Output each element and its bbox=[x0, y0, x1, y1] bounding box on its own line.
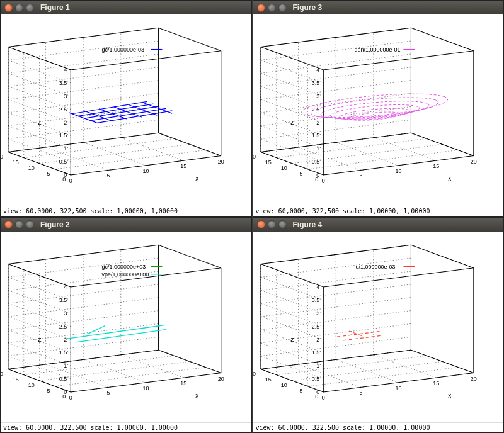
svg-text:2.5: 2.5 bbox=[311, 323, 319, 329]
svg-line-86 bbox=[411, 133, 473, 155]
svg-text:1: 1 bbox=[316, 145, 319, 152]
svg-line-1 bbox=[158, 133, 220, 155]
svg-text:5: 5 bbox=[106, 172, 110, 179]
plot-area[interactable]: 051015200510152000.511.522.533.54xyz den… bbox=[253, 14, 504, 206]
plot-area[interactable]: 051015200510152000.511.522.533.54xyz gc/… bbox=[1, 232, 251, 423]
svg-text:15: 15 bbox=[13, 376, 19, 382]
svg-text:3.5: 3.5 bbox=[59, 296, 67, 303]
svg-line-89 bbox=[323, 51, 474, 70]
svg-line-311 bbox=[337, 331, 382, 337]
figure-window: Figure 1 051015200510152000.511.522.533.… bbox=[0, 0, 252, 216]
svg-text:3: 3 bbox=[64, 93, 67, 99]
svg-line-243 bbox=[411, 245, 473, 267]
svg-line-119 bbox=[336, 142, 398, 165]
svg-text:1.5: 1.5 bbox=[311, 132, 319, 138]
minimize-icon[interactable] bbox=[15, 220, 23, 228]
svg-text:10: 10 bbox=[280, 165, 287, 171]
svg-text:10: 10 bbox=[143, 385, 149, 391]
svg-text:0.5: 0.5 bbox=[311, 159, 319, 165]
svg-text:0: 0 bbox=[69, 395, 72, 401]
svg-text:5: 5 bbox=[359, 390, 362, 396]
svg-line-117 bbox=[298, 147, 360, 170]
minimize-icon[interactable] bbox=[268, 4, 276, 12]
svg-text:x: x bbox=[448, 392, 451, 399]
svg-text:15: 15 bbox=[433, 163, 439, 169]
svg-line-131 bbox=[276, 138, 427, 157]
titlebar[interactable]: Figure 1 bbox=[1, 1, 251, 14]
titlebar[interactable]: Figure 2 bbox=[1, 218, 251, 232]
svg-text:20: 20 bbox=[470, 375, 476, 381]
svg-text:1: 1 bbox=[64, 363, 67, 369]
svg-text:15: 15 bbox=[265, 159, 271, 166]
svg-text:x: x bbox=[448, 175, 451, 182]
svg-line-233 bbox=[88, 325, 105, 334]
minimize-icon[interactable] bbox=[15, 4, 23, 12]
window-title: Figure 3 bbox=[293, 3, 323, 12]
svg-text:3.5: 3.5 bbox=[311, 80, 319, 86]
svg-text:5: 5 bbox=[359, 172, 362, 179]
status-bar: view: 60,0000, 322,500 scale: 1,00000, 1… bbox=[1, 422, 251, 432]
svg-text:10: 10 bbox=[280, 381, 287, 388]
svg-line-46 bbox=[24, 138, 174, 157]
svg-line-34 bbox=[83, 142, 146, 165]
status-bar: view: 60,0000, 322,500 scale: 1,00000, 1… bbox=[1, 206, 251, 216]
svg-text:0: 0 bbox=[321, 177, 324, 184]
svg-text:0: 0 bbox=[316, 388, 319, 395]
svg-text:z: z bbox=[290, 335, 294, 342]
svg-text:5: 5 bbox=[106, 390, 110, 396]
titlebar[interactable]: Figure 3 bbox=[253, 1, 504, 14]
svg-text:1.5: 1.5 bbox=[59, 349, 67, 356]
svg-text:10: 10 bbox=[395, 385, 401, 391]
figure-window: Figure 4 051015200510152000.511.522.533.… bbox=[253, 217, 505, 434]
svg-text:0: 0 bbox=[321, 395, 324, 401]
minimize-icon[interactable] bbox=[268, 220, 276, 228]
svg-text:5: 5 bbox=[47, 171, 50, 177]
svg-text:20: 20 bbox=[253, 154, 256, 160]
svg-text:4: 4 bbox=[64, 67, 67, 73]
svg-text:15: 15 bbox=[13, 159, 19, 166]
plot-area[interactable]: 051015200510152000.511.522.533.54xyz gc/… bbox=[1, 14, 251, 206]
svg-text:0.5: 0.5 bbox=[311, 376, 319, 382]
svg-line-7 bbox=[8, 47, 71, 70]
svg-text:3: 3 bbox=[316, 93, 319, 99]
svg-line-284 bbox=[276, 356, 427, 374]
close-icon[interactable] bbox=[257, 4, 265, 12]
svg-line-239 bbox=[411, 350, 473, 373]
plot-area[interactable]: 051015200510152000.511.522.533.54xyz ie/… bbox=[253, 232, 504, 423]
svg-text:4: 4 bbox=[316, 67, 319, 73]
close-icon[interactable] bbox=[4, 220, 13, 228]
svg-text:1.5: 1.5 bbox=[311, 349, 319, 356]
svg-text:15: 15 bbox=[265, 376, 271, 382]
svg-text:0.5: 0.5 bbox=[59, 159, 67, 165]
maximize-icon[interactable] bbox=[26, 4, 34, 12]
figure-window: Figure 2 051015200510152000.511.522.533.… bbox=[0, 217, 252, 434]
svg-text:15: 15 bbox=[180, 163, 186, 169]
svg-text:vpe/1,000000e+00: vpe/1,000000e+00 bbox=[102, 271, 149, 277]
svg-text:3.5: 3.5 bbox=[311, 296, 319, 303]
svg-text:10: 10 bbox=[28, 165, 35, 171]
svg-text:z: z bbox=[38, 118, 41, 125]
svg-line-160 bbox=[158, 350, 220, 373]
svg-text:15: 15 bbox=[433, 380, 439, 386]
svg-text:20: 20 bbox=[253, 370, 256, 376]
close-icon[interactable] bbox=[4, 4, 13, 12]
status-bar: view: 60,0000, 322,500 scale: 1,00000, 1… bbox=[253, 206, 504, 216]
svg-text:0.5: 0.5 bbox=[59, 376, 67, 382]
close-icon[interactable] bbox=[257, 220, 265, 228]
svg-text:2.5: 2.5 bbox=[59, 106, 67, 113]
svg-text:2.5: 2.5 bbox=[311, 106, 319, 113]
svg-text:20: 20 bbox=[1, 370, 3, 376]
svg-text:20: 20 bbox=[218, 375, 224, 381]
titlebar[interactable]: Figure 4 bbox=[253, 218, 504, 232]
maximize-icon[interactable] bbox=[26, 220, 34, 228]
svg-line-310 bbox=[343, 335, 381, 340]
svg-text:x: x bbox=[195, 392, 198, 399]
svg-line-272 bbox=[336, 359, 398, 382]
window-title: Figure 2 bbox=[40, 220, 70, 229]
maximize-icon[interactable] bbox=[278, 4, 287, 12]
svg-text:5: 5 bbox=[299, 171, 302, 177]
svg-line-205 bbox=[24, 356, 174, 374]
plot-svg: 051015200510152000.511.522.533.54xyz ie/… bbox=[253, 232, 504, 423]
svg-line-92 bbox=[260, 47, 323, 70]
maximize-icon[interactable] bbox=[278, 220, 287, 228]
